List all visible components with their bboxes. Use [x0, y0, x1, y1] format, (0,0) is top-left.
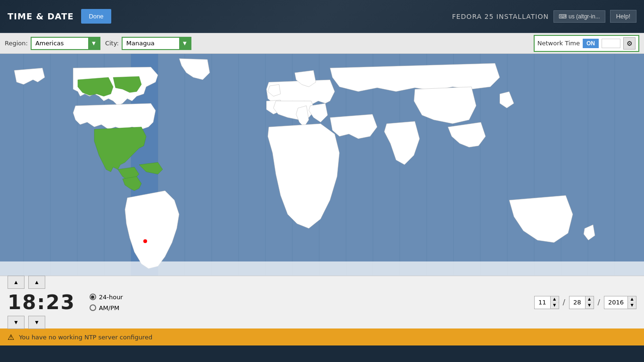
month-down-button[interactable]: ▼ [550, 303, 559, 309]
time-separator: : [37, 291, 46, 314]
time-hours: 18 [8, 291, 37, 314]
date-sep-2: / [598, 298, 600, 307]
keyboard-label: us (altgr-in... [569, 13, 600, 20]
city-dropdown[interactable]: Managua ▼ [122, 37, 191, 50]
fedora-title: FEDORA 25 INSTALLATION [452, 13, 549, 20]
minutes-up-button[interactable]: ▲ [28, 276, 45, 289]
region-dropdown-arrow[interactable]: ▼ [88, 37, 99, 50]
network-time-group: Network Time ON ⚙ [534, 35, 639, 52]
hours-down-button[interactable]: ▼ [8, 316, 25, 329]
keyboard-button[interactable]: ⌨ us (altgr-in... [553, 10, 605, 23]
minutes-down-button[interactable]: ▼ [28, 316, 45, 329]
hours-up-button[interactable]: ▲ [8, 276, 25, 289]
date-group: 11 ▲ ▼ / 28 ▲ ▼ / 2016 ▲ ▼ [534, 296, 636, 309]
region-group: Region: Americas ▼ [5, 37, 100, 50]
month-up-button[interactable]: ▲ [550, 296, 559, 303]
day-spinner[interactable]: 28 ▲ ▼ [569, 296, 594, 309]
keyboard-icon: ⌨ [559, 13, 567, 20]
month-value: 11 [535, 299, 550, 306]
network-time-toggle[interactable]: ON [583, 39, 599, 48]
day-arrows: ▲ ▼ [585, 296, 594, 309]
toolbar: Region: Americas ▼ City: Managua ▼ Netwo… [0, 33, 644, 54]
format-ampm-option[interactable]: AM/PM [90, 304, 123, 311]
year-value: 2016 [604, 299, 627, 306]
world-map[interactable] [0, 54, 644, 276]
svg-point-26 [143, 239, 148, 244]
year-arrows: ▲ ▼ [627, 296, 636, 309]
bottom-bar: ▲ ▲ 18:23 ▼ ▼ 24-hour AM/PM 11 ▲ ▼ [0, 276, 644, 328]
day-down-button[interactable]: ▼ [585, 303, 594, 309]
warning-icon: ⚠ [8, 333, 14, 342]
map-container[interactable] [0, 54, 644, 276]
format-24h-radio[interactable] [90, 294, 96, 300]
city-value: Managua [123, 40, 179, 47]
format-24h-label: 24-hour [99, 294, 123, 301]
format-ampm-radio[interactable] [90, 304, 96, 311]
city-group: City: Managua ▼ [105, 37, 191, 50]
month-arrows: ▲ ▼ [550, 296, 559, 309]
format-24h-option[interactable]: 24-hour [90, 294, 123, 301]
day-value: 28 [570, 299, 585, 306]
header: TIME & DATE Done FEDORA 25 INSTALLATION … [0, 0, 644, 33]
done-button[interactable]: Done [81, 9, 111, 24]
year-spinner[interactable]: 2016 ▲ ▼ [604, 296, 636, 309]
time-format-group: 24-hour AM/PM [90, 294, 123, 311]
region-label: Region: [5, 40, 28, 47]
city-label: City: [105, 40, 119, 47]
year-down-button[interactable]: ▼ [627, 303, 636, 309]
svg-rect-25 [0, 261, 644, 276]
region-value: Americas [32, 40, 88, 47]
gear-icon: ⚙ [627, 40, 633, 47]
region-dropdown[interactable]: Americas ▼ [31, 37, 100, 50]
format-ampm-label: AM/PM [99, 304, 120, 311]
header-left: TIME & DATE Done [8, 9, 111, 24]
day-up-button[interactable]: ▲ [585, 296, 594, 303]
header-right: FEDORA 25 INSTALLATION ⌨ us (altgr-in...… [452, 10, 636, 23]
date-sep-1: / [563, 298, 565, 307]
network-time-input[interactable] [602, 39, 620, 48]
gear-button[interactable]: ⚙ [623, 37, 636, 50]
time-minutes: 23 [46, 291, 75, 314]
year-up-button[interactable]: ▲ [627, 296, 636, 303]
time-display: 18:23 [8, 291, 75, 314]
help-button[interactable]: Help! [610, 10, 636, 23]
app-title: TIME & DATE [8, 11, 74, 21]
warning-bar: ⚠ You have no working NTP server configu… [0, 328, 644, 345]
warning-text: You have no working NTP server configure… [19, 334, 152, 341]
network-time-label: Network Time [537, 40, 580, 47]
month-spinner[interactable]: 11 ▲ ▼ [534, 296, 559, 309]
city-dropdown-arrow[interactable]: ▼ [179, 37, 190, 50]
